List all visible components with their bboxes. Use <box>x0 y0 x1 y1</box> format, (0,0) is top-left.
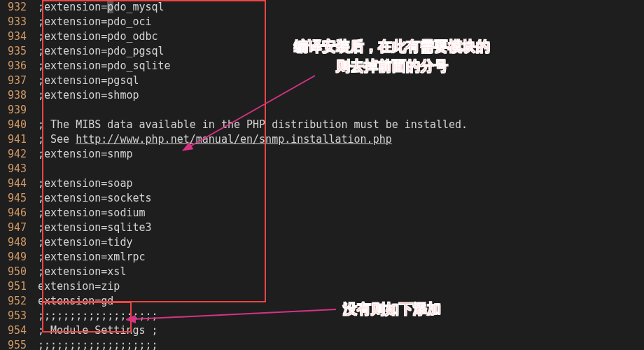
code-line[interactable]: ;extension=pgsql <box>38 74 468 88</box>
line-number: 933 <box>4 15 27 29</box>
code-line[interactable]: ;extension=shmop <box>38 88 468 103</box>
line-number: 941 <box>4 132 27 147</box>
code-line[interactable]: ;extension=sockets <box>38 191 468 206</box>
line-number: 934 <box>4 29 27 44</box>
code-line[interactable]: ;;;;;;;;;;;;;;;;;;; <box>38 338 468 350</box>
code-line[interactable]: ;extension=xmlrpc <box>38 250 468 265</box>
code-line[interactable]: ;extension=soap <box>38 176 468 191</box>
line-number: 954 <box>4 323 27 338</box>
annotation-remove-semicolon: 编译安装后，在此有需要模块的 则去掉前面的分号 <box>294 36 490 76</box>
code-line[interactable]: ; The MIBS data available in the PHP dis… <box>38 118 468 132</box>
line-number: 935 <box>4 44 27 59</box>
code-line[interactable]: ; Module Settings ; <box>38 323 468 338</box>
line-number: 938 <box>4 88 27 103</box>
line-number: 953 <box>4 309 27 323</box>
line-number: 937 <box>4 74 27 88</box>
line-number: 952 <box>4 294 27 309</box>
code-line[interactable]: ; See http://www.php.net/manual/en/snmp.… <box>38 132 468 147</box>
code-line[interactable] <box>38 103 468 118</box>
code-line[interactable] <box>38 162 468 176</box>
line-number: 943 <box>4 162 27 176</box>
line-number: 944 <box>4 176 27 191</box>
line-number: 947 <box>4 220 27 235</box>
code-line[interactable]: ;extension=sqlite3 <box>38 220 468 235</box>
line-number-gutter: 9329339349359369379389399409419429439449… <box>0 0 34 350</box>
line-number: 955 <box>4 338 27 350</box>
line-number: 936 <box>4 59 27 74</box>
line-number: 945 <box>4 191 27 206</box>
line-number: 939 <box>4 103 27 118</box>
line-number: 949 <box>4 250 27 265</box>
url-link[interactable]: http://www.php.net/manual/en/snmp.instal… <box>76 133 392 146</box>
line-number: 951 <box>4 279 27 294</box>
line-number: 940 <box>4 118 27 132</box>
line-number: 948 <box>4 235 27 250</box>
line-number: 950 <box>4 265 27 279</box>
code-line[interactable]: extension=zip <box>38 279 468 294</box>
code-line[interactable]: ;extension=pdo_oci <box>38 15 468 29</box>
line-number: 932 <box>4 0 27 15</box>
code-line[interactable]: ;extension=pdo_mysql <box>38 0 468 15</box>
code-line[interactable]: ;extension=snmp <box>38 147 468 162</box>
code-line[interactable]: ;extension=tidy <box>38 235 468 250</box>
line-number: 946 <box>4 206 27 220</box>
code-line[interactable]: ;extension=xsl <box>38 265 468 279</box>
annotation-add-if-missing: 没有则如下添加 <box>343 300 441 318</box>
line-number: 942 <box>4 147 27 162</box>
code-line[interactable]: ;extension=sodium <box>38 206 468 220</box>
